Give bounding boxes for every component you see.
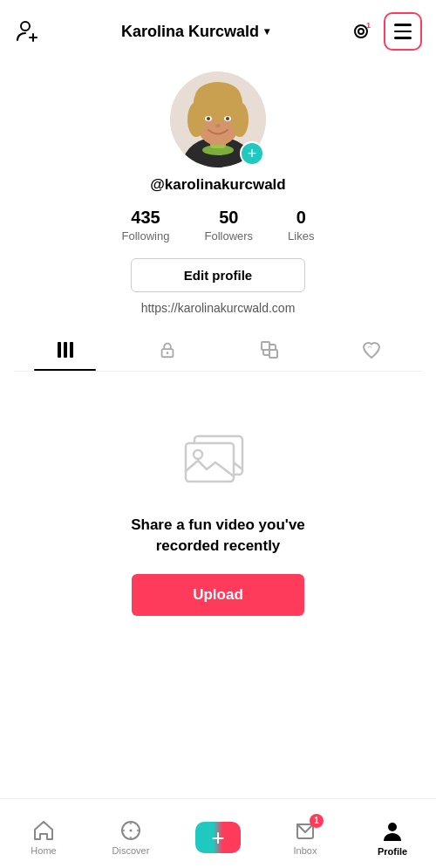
nav-home-label: Home bbox=[31, 845, 56, 856]
svg-rect-22 bbox=[70, 342, 73, 358]
svg-point-24 bbox=[166, 352, 168, 354]
svg-point-37 bbox=[388, 823, 397, 831]
tab-videos[interactable] bbox=[14, 329, 116, 371]
add-user-icon bbox=[14, 17, 42, 45]
nav-create[interactable]: + bbox=[174, 815, 262, 853]
svg-rect-21 bbox=[64, 342, 67, 358]
stats-row: 435 Following 50 Followers 0 Likes bbox=[122, 208, 315, 243]
svg-rect-20 bbox=[58, 342, 61, 358]
profile-tabs bbox=[14, 329, 422, 372]
videos-grid-icon bbox=[55, 339, 76, 360]
menu-line-1 bbox=[394, 24, 412, 26]
svg-point-0 bbox=[21, 22, 30, 31]
svg-point-12 bbox=[231, 102, 249, 137]
nav-profile-label: Profile bbox=[378, 846, 407, 857]
upload-button[interactable]: Upload bbox=[132, 574, 304, 616]
heart-icon bbox=[361, 339, 382, 360]
svg-rect-25 bbox=[262, 342, 269, 350]
menu-line-3 bbox=[394, 37, 412, 39]
header: Karolina Kurcwald ▾ 1 bbox=[0, 0, 436, 63]
tab-reposts[interactable] bbox=[218, 329, 320, 371]
tab-private[interactable] bbox=[116, 329, 218, 371]
svg-point-4 bbox=[358, 29, 364, 34]
svg-point-16 bbox=[207, 117, 210, 120]
svg-point-17 bbox=[226, 117, 229, 120]
nav-discover[interactable]: Discover bbox=[87, 812, 174, 856]
svg-point-13 bbox=[195, 82, 241, 110]
svg-rect-29 bbox=[186, 443, 234, 482]
svg-point-11 bbox=[187, 102, 205, 137]
profile-section: + @karolinakurcwald 435 Following 50 Fol… bbox=[0, 63, 436, 372]
followers-count: 50 bbox=[219, 208, 238, 228]
svg-point-19 bbox=[215, 124, 221, 127]
lock-icon bbox=[158, 340, 177, 359]
avatar-container: + bbox=[170, 72, 266, 167]
inbox-badge: 1 bbox=[310, 814, 324, 828]
empty-title: Share a fun video you'verecorded recentl… bbox=[131, 515, 305, 557]
profile-handle: @karolinakurcwald bbox=[150, 176, 285, 194]
nav-inbox[interactable]: 1 Inbox bbox=[262, 812, 349, 856]
home-icon-area bbox=[32, 819, 55, 842]
home-icon bbox=[32, 819, 55, 842]
empty-image-icon bbox=[179, 424, 257, 494]
eye-notification-icon: 1 bbox=[349, 19, 373, 44]
nav-inbox-label: Inbox bbox=[294, 845, 317, 856]
create-button[interactable]: + bbox=[195, 822, 241, 853]
nav-discover-label: Discover bbox=[112, 845, 150, 856]
chevron-down-icon: ▾ bbox=[264, 25, 269, 38]
nav-profile[interactable]: Profile bbox=[349, 811, 436, 857]
notification-icon-button[interactable]: 1 bbox=[349, 19, 373, 44]
likes-label: Likes bbox=[288, 229, 314, 243]
following-stat[interactable]: 435 Following bbox=[122, 208, 170, 243]
header-actions: 1 bbox=[349, 12, 422, 51]
following-label: Following bbox=[122, 229, 170, 243]
inbox-icon-area: 1 bbox=[294, 819, 317, 842]
svg-point-32 bbox=[130, 829, 133, 831]
followers-label: Followers bbox=[204, 229, 253, 243]
profile-icon-area bbox=[380, 818, 405, 843]
svg-point-18 bbox=[202, 145, 234, 155]
discover-icon-area bbox=[119, 819, 142, 842]
following-count: 435 bbox=[131, 208, 160, 228]
followers-stat[interactable]: 50 Followers bbox=[204, 208, 253, 243]
nav-home[interactable]: Home bbox=[0, 812, 87, 856]
tab-liked[interactable] bbox=[320, 329, 422, 371]
profile-icon bbox=[380, 818, 405, 843]
header-username: Karolina Kurcwald bbox=[121, 23, 259, 41]
likes-count: 0 bbox=[296, 208, 306, 228]
website-link[interactable]: https://karolinakurcwald.com bbox=[141, 301, 296, 315]
add-to-profile-button[interactable]: + bbox=[240, 141, 264, 166]
svg-point-3 bbox=[355, 25, 367, 38]
svg-text:1: 1 bbox=[366, 21, 371, 30]
bottom-nav: Home Discover + 1 In bbox=[0, 798, 436, 868]
add-user-button[interactable] bbox=[14, 17, 42, 45]
edit-profile-button[interactable]: Edit profile bbox=[131, 258, 305, 292]
username-dropdown[interactable]: Karolina Kurcwald ▾ bbox=[121, 23, 269, 41]
likes-stat[interactable]: 0 Likes bbox=[288, 208, 314, 243]
discover-icon bbox=[119, 819, 142, 842]
menu-button[interactable] bbox=[384, 12, 422, 51]
plus-icon: + bbox=[211, 826, 224, 849]
svg-rect-26 bbox=[269, 350, 277, 358]
empty-state: Share a fun video you'verecorded recentl… bbox=[0, 372, 436, 633]
menu-line-2 bbox=[394, 31, 412, 33]
repost-icon bbox=[259, 339, 280, 360]
